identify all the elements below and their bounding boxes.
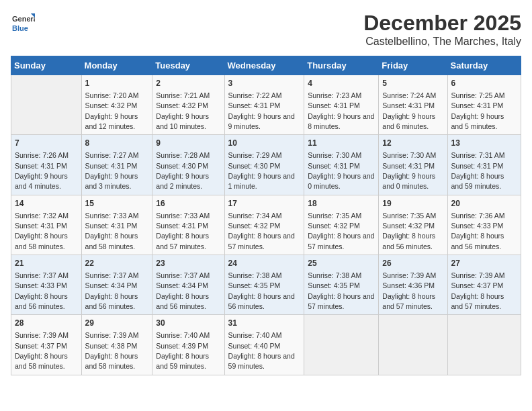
sunrise-info: Sunrise: 7:33 AM — [156, 212, 210, 220]
day-number: 3 — [228, 78, 301, 89]
calendar-table: SundayMondayTuesdayWednesdayThursdayFrid… — [11, 56, 521, 375]
daylight-info: Daylight: 8 hours and 57 minutes. — [308, 292, 374, 310]
calendar-cell: 30Sunrise: 7:40 AMSunset: 4:39 PMDayligh… — [152, 315, 224, 375]
daylight-info: Daylight: 9 hours and 4 minutes. — [15, 172, 68, 190]
daylight-info: Daylight: 8 hours and 57 minutes. — [451, 292, 504, 310]
sunrise-info: Sunrise: 7:22 AM — [228, 91, 282, 99]
sunset-info: Sunset: 4:37 PM — [451, 281, 504, 289]
sunrise-info: Sunrise: 7:36 AM — [451, 212, 505, 220]
day-number: 17 — [228, 198, 301, 210]
sunrise-info: Sunrise: 7:40 AM — [156, 331, 210, 339]
day-number: 2 — [156, 78, 220, 89]
daylight-info: Daylight: 8 hours and 57 minutes. — [228, 232, 295, 250]
sunset-info: Sunset: 4:31 PM — [308, 101, 360, 109]
calendar-cell: 3Sunrise: 7:22 AMSunset: 4:31 PMDaylight… — [224, 75, 304, 135]
sunset-info: Sunset: 4:32 PM — [156, 101, 208, 109]
calendar-cell: 21Sunrise: 7:37 AMSunset: 4:33 PMDayligh… — [11, 255, 82, 315]
sunrise-info: Sunrise: 7:29 AM — [228, 151, 282, 159]
sunset-info: Sunset: 4:34 PM — [85, 281, 138, 289]
day-number: 30 — [156, 318, 220, 329]
sunrise-info: Sunrise: 7:38 AM — [228, 271, 282, 279]
daylight-info: Daylight: 8 hours and 57 minutes. — [156, 232, 209, 250]
sunrise-info: Sunrise: 7:28 AM — [156, 151, 210, 159]
calendar-week-row: 7Sunrise: 7:26 AMSunset: 4:31 PMDaylight… — [11, 135, 521, 195]
calendar-week-row: 1Sunrise: 7:20 AMSunset: 4:32 PMDaylight… — [11, 75, 521, 135]
calendar-cell: 25Sunrise: 7:38 AMSunset: 4:35 PMDayligh… — [304, 255, 379, 315]
sunset-info: Sunset: 4:31 PM — [15, 162, 67, 170]
calendar-cell: 26Sunrise: 7:39 AMSunset: 4:36 PMDayligh… — [379, 255, 447, 315]
weekday-header: Friday — [379, 56, 447, 75]
sunset-info: Sunset: 4:31 PM — [85, 222, 138, 230]
calendar-cell: 24Sunrise: 7:38 AMSunset: 4:35 PMDayligh… — [224, 255, 304, 315]
calendar-cell — [447, 315, 521, 375]
calendar-cell: 8Sunrise: 7:27 AMSunset: 4:31 PMDaylight… — [81, 135, 152, 195]
daylight-info: Daylight: 8 hours and 57 minutes. — [308, 232, 374, 250]
calendar-week-row: 21Sunrise: 7:37 AMSunset: 4:33 PMDayligh… — [11, 255, 521, 315]
sunset-info: Sunset: 4:31 PM — [15, 222, 67, 230]
daylight-info: Daylight: 8 hours and 59 minutes. — [156, 352, 209, 370]
calendar-cell: 31Sunrise: 7:40 AMSunset: 4:40 PMDayligh… — [224, 315, 304, 375]
calendar-cell: 7Sunrise: 7:26 AMSunset: 4:31 PMDaylight… — [11, 135, 82, 195]
sunrise-info: Sunrise: 7:37 AM — [15, 271, 69, 279]
sunset-info: Sunset: 4:35 PM — [228, 281, 281, 289]
day-number: 22 — [85, 258, 149, 269]
calendar-cell: 20Sunrise: 7:36 AMSunset: 4:33 PMDayligh… — [447, 195, 521, 255]
daylight-info: Daylight: 8 hours and 58 minutes. — [15, 232, 68, 250]
calendar-cell: 1Sunrise: 7:20 AMSunset: 4:32 PMDaylight… — [81, 75, 152, 135]
sunset-info: Sunset: 4:37 PM — [15, 342, 67, 350]
sunset-info: Sunset: 4:36 PM — [382, 281, 435, 289]
weekday-header-row: SundayMondayTuesdayWednesdayThursdayFrid… — [11, 56, 521, 75]
sunrise-info: Sunrise: 7:23 AM — [308, 91, 361, 99]
sunrise-info: Sunrise: 7:37 AM — [85, 271, 139, 279]
calendar-cell: 16Sunrise: 7:33 AMSunset: 4:31 PMDayligh… — [152, 195, 224, 255]
sunset-info: Sunset: 4:31 PM — [156, 222, 208, 230]
sunrise-info: Sunrise: 7:39 AM — [382, 271, 436, 279]
day-number: 31 — [228, 318, 301, 329]
day-number: 14 — [15, 198, 78, 210]
daylight-info: Daylight: 9 hours and 2 minutes. — [156, 172, 209, 190]
daylight-info: Daylight: 9 hours and 3 minutes. — [85, 172, 138, 190]
main-title: December 2025 — [363, 11, 521, 36]
sunset-info: Sunset: 4:34 PM — [156, 281, 208, 289]
sunset-info: Sunset: 4:31 PM — [85, 162, 138, 170]
sunrise-info: Sunrise: 7:39 AM — [15, 331, 69, 339]
weekday-header: Thursday — [304, 56, 379, 75]
day-number: 9 — [156, 138, 220, 149]
sunset-info: Sunset: 4:35 PM — [308, 281, 360, 289]
calendar-cell: 13Sunrise: 7:31 AMSunset: 4:31 PMDayligh… — [447, 135, 521, 195]
sunrise-info: Sunrise: 7:26 AM — [15, 151, 69, 159]
subtitle: Castelbellino, The Marches, Italy — [363, 36, 521, 48]
sunset-info: Sunset: 4:40 PM — [228, 342, 281, 350]
sunrise-info: Sunrise: 7:39 AM — [451, 271, 505, 279]
sunrise-info: Sunrise: 7:35 AM — [382, 212, 436, 220]
weekday-header: Wednesday — [224, 56, 304, 75]
daylight-info: Daylight: 8 hours and 58 minutes. — [85, 232, 138, 250]
calendar-cell: 15Sunrise: 7:33 AMSunset: 4:31 PMDayligh… — [81, 195, 152, 255]
sunset-info: Sunset: 4:32 PM — [382, 222, 435, 230]
logo: General Blue — [11, 11, 35, 35]
daylight-info: Daylight: 9 hours and 10 minutes. — [156, 112, 209, 130]
day-number: 29 — [85, 318, 149, 329]
daylight-info: Daylight: 8 hours and 56 minutes. — [382, 232, 435, 250]
calendar-week-row: 14Sunrise: 7:32 AMSunset: 4:31 PMDayligh… — [11, 195, 521, 255]
daylight-info: Daylight: 8 hours and 59 minutes. — [228, 352, 295, 370]
sunrise-info: Sunrise: 7:32 AM — [15, 212, 69, 220]
sunset-info: Sunset: 4:31 PM — [382, 101, 435, 109]
day-number: 5 — [382, 78, 443, 89]
day-number: 13 — [451, 138, 517, 149]
sunrise-info: Sunrise: 7:27 AM — [85, 151, 139, 159]
sunrise-info: Sunrise: 7:21 AM — [156, 91, 210, 99]
weekday-header: Tuesday — [152, 56, 224, 75]
day-number: 25 — [308, 258, 375, 269]
weekday-header: Saturday — [447, 56, 521, 75]
sunset-info: Sunset: 4:32 PM — [308, 222, 360, 230]
sunset-info: Sunset: 4:31 PM — [308, 162, 360, 170]
daylight-info: Daylight: 8 hours and 57 minutes. — [382, 292, 435, 310]
daylight-info: Daylight: 9 hours and 12 minutes. — [85, 112, 138, 130]
day-number: 8 — [85, 138, 149, 149]
daylight-info: Daylight: 9 hours and 6 minutes. — [382, 112, 435, 130]
day-number: 18 — [308, 198, 375, 210]
calendar-cell: 18Sunrise: 7:35 AMSunset: 4:32 PMDayligh… — [304, 195, 379, 255]
sunrise-info: Sunrise: 7:34 AM — [228, 212, 282, 220]
sunrise-info: Sunrise: 7:37 AM — [156, 271, 210, 279]
